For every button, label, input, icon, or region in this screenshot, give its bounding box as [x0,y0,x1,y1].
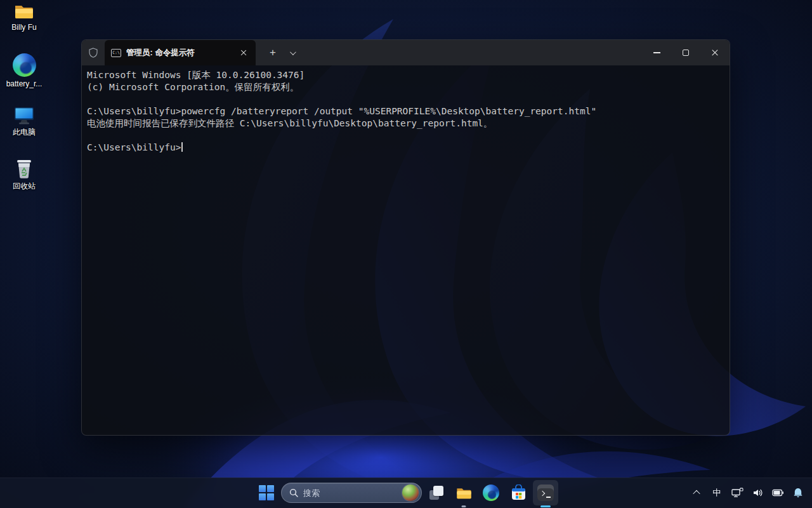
active-running-indicator [540,505,551,507]
folder-icon [13,3,35,20]
window-controls [642,40,730,65]
microsoft-store-icon [511,485,527,501]
terminal-line-command: C:\Users\billyfu>powercfg /batteryreport… [87,105,724,117]
chevron-up-icon [693,490,700,497]
search-input[interactable] [303,488,397,498]
chevron-down-icon [289,49,296,55]
network-button[interactable] [731,483,743,503]
tray-overflow-button[interactable] [690,483,703,503]
terminal-line-result: 电池使用时间报告已保存到文件路径 C:\Users\billyfu\Deskto… [87,117,724,130]
desktop-icon-billy-fu[interactable]: Billy Fu [1,3,48,32]
terminal-output[interactable]: Microsoft Windows [版本 10.0.26100.3476] (… [82,65,730,157]
volume-button[interactable] [751,483,764,503]
terminal-button[interactable] [533,480,558,505]
file-explorer-button[interactable] [451,480,476,505]
battery-icon [772,488,784,497]
notifications-button[interactable] [792,483,804,503]
search-icon [289,488,298,497]
desktop-icon-label: 此电脑 [13,128,36,137]
file-explorer-icon [455,486,473,500]
taskbar-center-group [254,480,558,505]
minimize-button[interactable] [642,40,671,65]
start-button[interactable] [254,480,279,505]
terminal-window: C:\ 管理员: 命令提示符 + Microsoft Windows [版本 1… [81,39,730,436]
close-button[interactable] [700,40,730,65]
new-tab-button[interactable]: + [263,44,282,62]
terminal-prompt: C:\Users\billyfu> [87,142,181,152]
terminal-line: (c) Microsoft Corporation。保留所有权利。 [87,81,724,93]
desktop-icon-battery-report[interactable]: battery_r... [1,53,48,88]
volume-icon [752,488,763,498]
desktop-icon-recycle-bin[interactable]: 回收站 [1,157,48,190]
terminal-titlebar[interactable]: C:\ 管理员: 命令提示符 + [82,40,730,65]
running-indicator [462,505,466,507]
tab-close-button[interactable] [237,46,251,60]
admin-shield-icon [82,40,105,65]
ime-indicator[interactable]: 中 [710,483,723,503]
terminal-icon [537,485,554,501]
terminal-line [87,130,724,142]
tab-title: 管理员: 命令提示符 [126,48,232,58]
recycle-bin-icon [14,157,34,179]
desktop-icon-this-pc[interactable]: 此电脑 [1,105,48,137]
battery-button[interactable] [771,483,784,503]
edge-button[interactable] [478,480,504,505]
bing-daily-image[interactable] [402,485,419,501]
start-icon [259,485,274,500]
task-view-button[interactable] [424,480,449,505]
taskbar-search[interactable] [281,483,422,503]
edge-icon [13,53,36,77]
bell-icon [792,487,804,498]
terminal-line: Microsoft Windows [版本 10.0.26100.3476] [87,69,724,81]
system-tray: 中 [690,478,804,508]
terminal-prompt-line: C:\Users\billyfu> [87,142,724,154]
taskbar: 中 [0,478,812,508]
desktop-icon-label: Billy Fu [11,23,36,32]
text-cursor [181,142,183,152]
edge-icon [483,485,499,501]
desktop-icon-label: 回收站 [13,182,36,190]
desktop-icon-label: battery_r... [6,79,43,88]
this-pc-monitor-icon [13,105,36,125]
tab-dropdown-button[interactable] [284,44,300,62]
cmd-tab-icon: C:\ [111,49,121,57]
desktop: Billy Fu battery_r... 此电脑 回收站 [0,0,812,508]
maximize-button[interactable] [671,40,700,65]
microsoft-store-button[interactable] [506,480,531,505]
terminal-line [87,93,724,105]
ethernet-icon [731,488,743,498]
task-view-icon [429,486,443,500]
tab-cmd-admin[interactable]: C:\ 管理员: 命令提示符 [105,40,256,65]
